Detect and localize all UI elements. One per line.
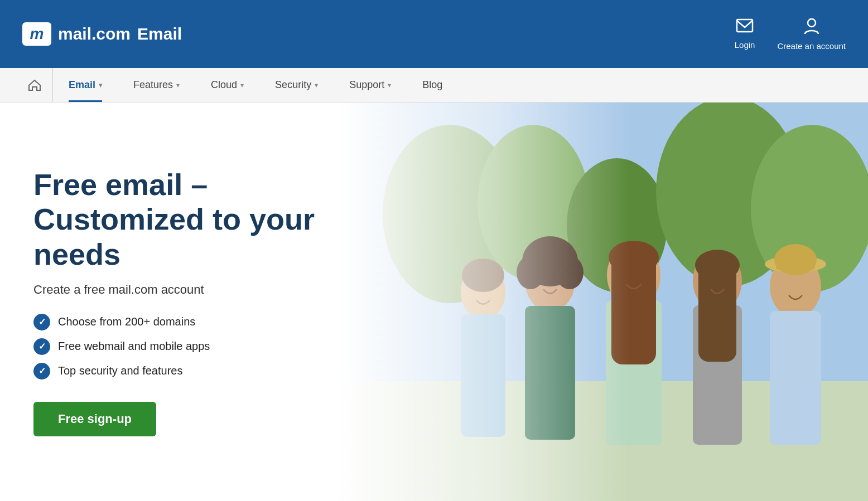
feature-item-2: Free webmail and mobile apps <box>33 338 346 355</box>
nav-item-blog[interactable]: Blog <box>407 68 458 102</box>
create-account-button[interactable]: Create an account <box>777 17 846 51</box>
check-icon-2 <box>33 338 50 355</box>
svg-rect-30 <box>338 103 868 501</box>
svg-rect-0 <box>737 20 753 32</box>
login-icon <box>736 18 754 37</box>
nav-blog-label: Blog <box>422 79 442 91</box>
hero-section: Free email –Customized to your needs Cre… <box>0 103 868 501</box>
hero-title: Free email –Customized to your needs <box>33 167 346 271</box>
nav-cloud-chevron: ▾ <box>240 81 244 89</box>
nav-home[interactable] <box>17 68 53 102</box>
hero-subtitle: Create a free mail.com account <box>33 283 346 297</box>
logo-icon: m <box>22 22 51 46</box>
feature-text-3: Top security and features <box>58 364 182 377</box>
logo-product: Email <box>137 25 182 43</box>
nav-item-email[interactable]: Email ▾ <box>53 68 118 102</box>
site-header: m mail.com Email Login Create an account <box>0 0 868 68</box>
nav-email-label: Email <box>69 79 95 91</box>
nav-features-label: Features <box>133 79 173 91</box>
login-button[interactable]: Login <box>735 18 755 50</box>
header-actions: Login Create an account <box>735 17 846 51</box>
hero-image <box>338 103 868 501</box>
hero-features-list: Choose from 200+ domains Free webmail an… <box>33 314 346 380</box>
nav-item-cloud[interactable]: Cloud ▾ <box>195 68 259 102</box>
feature-text-2: Free webmail and mobile apps <box>58 340 210 353</box>
nav-security-chevron: ▾ <box>315 81 318 89</box>
feature-item-3: Top security and features <box>33 363 346 380</box>
nav-security-label: Security <box>275 79 311 91</box>
create-account-icon <box>804 17 819 38</box>
create-account-label: Create an account <box>777 41 846 51</box>
check-icon-1 <box>33 314 50 330</box>
nav-cloud-label: Cloud <box>211 79 237 91</box>
hero-content: Free email –Customized to your needs Cre… <box>0 103 379 501</box>
feature-text-1: Choose from 200+ domains <box>58 315 195 328</box>
nav-item-features[interactable]: Features ▾ <box>118 68 195 102</box>
nav-features-chevron: ▾ <box>176 81 180 89</box>
feature-item-1: Choose from 200+ domains <box>33 314 346 330</box>
nav-item-security[interactable]: Security ▾ <box>259 68 334 102</box>
login-label: Login <box>735 40 755 50</box>
nav-support-chevron: ▾ <box>388 81 391 89</box>
signup-button[interactable]: Free sign-up <box>33 402 156 436</box>
nav-item-support[interactable]: Support ▾ <box>334 68 407 102</box>
nav-support-label: Support <box>349 79 384 91</box>
svg-point-1 <box>808 19 816 27</box>
logo-text: mail.com <box>58 25 131 43</box>
main-nav: Email ▾ Features ▾ Cloud ▾ Security ▾ Su… <box>0 68 868 103</box>
logo-area[interactable]: m mail.com Email <box>22 22 182 46</box>
check-icon-3 <box>33 363 50 380</box>
nav-email-chevron: ▾ <box>99 81 102 89</box>
